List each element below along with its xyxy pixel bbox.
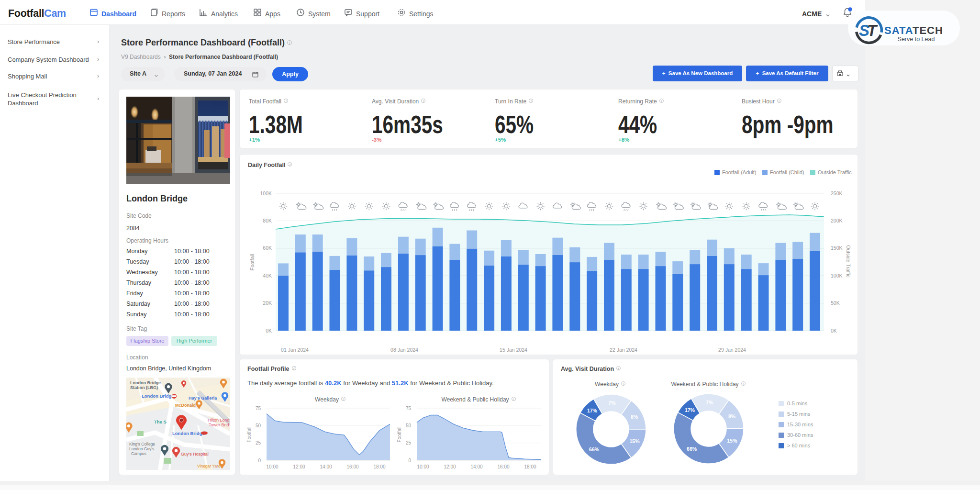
svg-text:66%: 66% xyxy=(589,446,600,452)
svg-text:7%: 7% xyxy=(706,400,713,405)
svg-text:15%: 15% xyxy=(629,438,640,444)
svg-text:8%: 8% xyxy=(631,414,638,420)
svg-text:66%: 66% xyxy=(687,446,697,452)
svg-text:17%: 17% xyxy=(685,407,695,413)
svg-text:15%: 15% xyxy=(727,438,737,444)
svg-text:17%: 17% xyxy=(587,408,598,413)
svg-text:7%: 7% xyxy=(608,400,616,406)
svg-text:8%: 8% xyxy=(728,413,736,419)
svg-text:T: T xyxy=(867,22,878,39)
